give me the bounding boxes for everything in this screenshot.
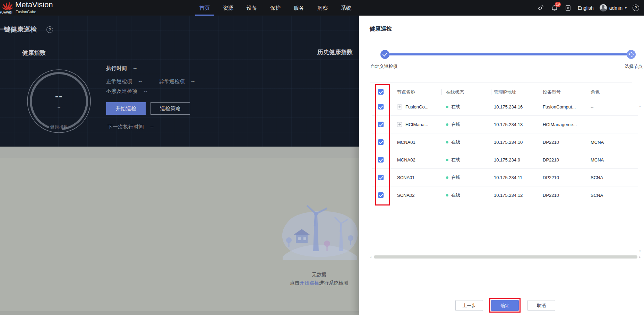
col-mgmt-ip[interactable]: 管理IP地址 <box>494 89 516 95</box>
online-status: 在线 <box>451 104 460 110</box>
notification-badge: 19 <box>555 2 561 7</box>
na-items-label: 不涉及巡检项 <box>106 88 137 94</box>
node-name: SCNA01 <box>397 175 415 180</box>
notifications-bell-icon[interactable]: 19 <box>551 4 558 12</box>
menu-item-devices[interactable]: 设备 <box>247 0 257 16</box>
exec-time-label: 执行时间 <box>106 65 127 71</box>
inspection-policy-button[interactable]: 巡检策略 <box>151 102 190 115</box>
device-model: DP2210 <box>543 157 559 163</box>
role: MCNA <box>591 157 604 163</box>
row-checkbox[interactable] <box>378 104 384 110</box>
col-online-status[interactable]: 在线状态 <box>446 89 464 95</box>
gauge-label: 健康指数 <box>25 124 93 130</box>
mgmt-ip: 10.175.234.10 <box>494 140 523 145</box>
menu-item-insight[interactable]: 洞察 <box>317 0 328 16</box>
start-inspection-button[interactable]: 开始巡检 <box>106 102 146 115</box>
health-gauge: -- -- 健康指数 <box>25 67 93 135</box>
menu-item-resources[interactable]: 资源 <box>223 0 233 16</box>
previous-step-button[interactable]: 上一步 <box>455 300 483 311</box>
top-navbar: HUAWEI MetaVision FusionCube 首页 资源 设备 保护… <box>0 0 644 16</box>
page-title: 一键健康巡检 <box>0 25 37 34</box>
user-avatar <box>600 4 607 11</box>
horizontal-scrollbar[interactable] <box>374 255 637 259</box>
menu-item-home[interactable]: 首页 <box>199 0 210 16</box>
row-checkbox[interactable] <box>378 192 384 198</box>
table-row[interactable]: MCNA02 在线 10.175.234.9 DP2210 MCNA <box>372 151 638 169</box>
device-model: HCIManageme... <box>543 122 577 127</box>
online-dot-icon <box>446 106 448 108</box>
online-dot-icon <box>446 123 448 126</box>
step-connector <box>389 53 627 55</box>
col-role[interactable]: 角色 <box>591 89 600 95</box>
step-label-select-nodes: 选择节点 <box>625 63 643 70</box>
online-status: 在线 <box>451 192 460 198</box>
chevron-down-icon: ▾ <box>625 6 627 10</box>
cancel-button[interactable]: 取消 <box>527 300 555 311</box>
device-model: DP2210 <box>543 175 559 180</box>
brand-subtitle: FusionCube <box>16 10 36 14</box>
link-icon[interactable] <box>537 4 545 12</box>
empty-state-title: 无数据 <box>267 272 371 278</box>
mgmt-ip: 10.175.234.9 <box>494 157 520 163</box>
step-current-icon <box>627 50 636 59</box>
col-node-name[interactable]: 节点名称 <box>397 89 415 95</box>
menu-item-services[interactable]: 服务 <box>294 0 304 16</box>
hint-suffix: 进行系统检测 <box>319 280 348 286</box>
dimmed-band <box>0 147 359 158</box>
scroll-left-icon[interactable]: ◄ <box>369 256 372 258</box>
scroll-up-icon[interactable]: ▲ <box>639 105 641 107</box>
na-items-value: -- <box>144 88 147 94</box>
next-time-row: 下一次执行时间 -- <box>108 124 154 130</box>
screen: HUAWEI MetaVision FusionCube 首页 资源 设备 保护… <box>0 0 644 315</box>
username: admin <box>609 5 622 11</box>
table-row[interactable]: SCNA02 在线 10.175.234.12 DP2210 SCNA <box>372 186 638 204</box>
exec-time-value: -- <box>133 65 137 71</box>
health-index-heading: 健康指数 <box>22 49 46 57</box>
table-row[interactable]: FusionCo... 在线 10.175.234.16 FusionCompu… <box>372 98 638 116</box>
brand-company: HUAWEI <box>0 11 12 14</box>
node-name: MCNA02 <box>397 157 415 163</box>
normal-items-row: 正常巡检项 -- <box>106 78 142 85</box>
expand-icon[interactable] <box>397 104 402 109</box>
table-row[interactable]: SCNA01 在线 10.175.234.11 DP2210 SCNA <box>372 169 638 186</box>
abnormal-items-value: -- <box>191 78 195 84</box>
menu-item-protection[interactable]: 保护 <box>270 0 281 16</box>
menu-item-system[interactable]: 系统 <box>341 0 351 16</box>
online-status: 在线 <box>451 139 460 145</box>
table-row[interactable]: HCIMana... 在线 10.175.234.13 HCIManageme.… <box>372 116 638 133</box>
title-help-icon[interactable]: ? <box>46 26 53 33</box>
main-menu: 首页 资源 设备 保护 服务 洞察 系统 <box>199 0 351 16</box>
scroll-right-icon[interactable]: ► <box>639 256 641 258</box>
role: -- <box>591 122 594 127</box>
mgmt-ip: 10.175.234.13 <box>494 122 523 127</box>
table-header: 节点名称 在线状态 管理IP地址 设备型号 角色 <box>372 86 638 98</box>
col-device-model[interactable]: 设备型号 <box>543 89 561 95</box>
next-time-label: 下一次执行时间 <box>108 124 144 130</box>
expand-icon[interactable] <box>397 122 402 127</box>
start-inspection-link[interactable]: 开始巡检 <box>300 280 319 286</box>
node-name: HCIMana... <box>405 122 428 127</box>
health-inspection-panel: 一键健康巡检 ? 健康指数 -- -- 健康指数 执行时间 -- 正常巡检项 -… <box>0 16 359 147</box>
help-icon[interactable]: ? <box>633 5 639 11</box>
role: MCNA <box>591 140 604 145</box>
row-checkbox[interactable] <box>378 157 384 163</box>
online-dot-icon <box>446 194 448 196</box>
table-row[interactable]: MCNA01 在线 10.175.234.10 DP2210 MCNA <box>372 133 638 151</box>
language-switcher[interactable]: English <box>578 5 594 11</box>
next-time-value: -- <box>150 124 154 130</box>
select-all-checkbox[interactable] <box>378 89 384 95</box>
online-status: 在线 <box>451 157 460 163</box>
row-checkbox[interactable] <box>378 139 384 145</box>
online-dot-icon <box>446 176 448 179</box>
navbar-right: 19 English admin ▾ ? <box>537 0 639 16</box>
node-name: SCNA02 <box>397 193 415 198</box>
gauge-value: -- <box>25 91 93 102</box>
row-checkbox[interactable] <box>378 122 384 127</box>
user-menu[interactable]: admin ▾ <box>600 4 627 11</box>
scroll-down-icon[interactable]: ▼ <box>639 250 641 252</box>
row-checkbox[interactable] <box>378 175 384 180</box>
brand-product: MetaVision <box>15 0 53 9</box>
tasks-icon[interactable] <box>564 4 572 12</box>
device-model: DP2210 <box>543 193 559 198</box>
ok-button[interactable]: 确定 <box>491 300 519 311</box>
